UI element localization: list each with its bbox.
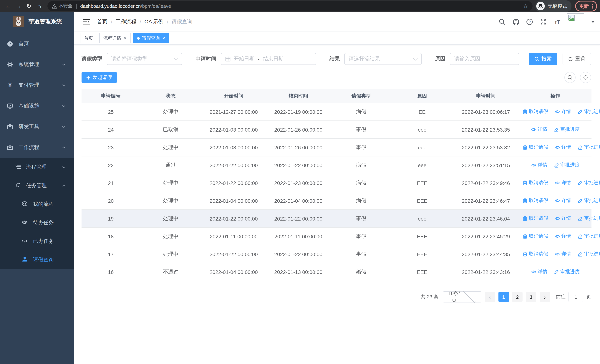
end-cell: 2022-01-13 00:00:00 [266, 263, 331, 281]
detail-action-link[interactable]: 详情 [555, 197, 571, 204]
table-row[interactable]: 21处理中2022-01-22 00:00:002022-01-23 00:00… [82, 174, 591, 192]
detail-action-link[interactable]: 详情 [531, 269, 547, 275]
table-row[interactable]: 25处理中2021-12-27 00:00:002022-01-19 00:00… [82, 103, 591, 121]
font-size-icon[interactable]: ᴛT [553, 18, 561, 26]
progress-action-link[interactable]: 审批进度 [578, 251, 600, 257]
sidebar-item-devtools[interactable]: 研发工具 [0, 116, 74, 137]
sidebar-item-home[interactable]: 首页 [0, 33, 74, 54]
table-row[interactable]: 24已取消2022-01-03 00:00:002022-01-26 00:00… [82, 121, 591, 139]
detail-action-link[interactable]: 详情 [555, 251, 571, 257]
bookmark-star-icon[interactable]: ☆ [523, 3, 528, 9]
page-button-1[interactable]: 1 [498, 292, 509, 302]
reason-input[interactable]: 请输入原因 [450, 53, 519, 65]
progress-action-link[interactable]: 审批进度 [578, 180, 600, 186]
url-bar[interactable]: 不安全 dashboard.yudao.iocoder.cn/bpm/oa/le… [47, 1, 533, 11]
collapse-sidebar-icon[interactable] [82, 18, 90, 26]
tab-process-detail[interactable]: 流程详情✕ [99, 33, 131, 43]
cancel-action-link[interactable]: 取消请假 [523, 108, 548, 115]
detail-action-link[interactable]: 详情 [555, 144, 571, 151]
leave-type-select[interactable]: 请选择请假类型 [107, 53, 182, 65]
home-icon[interactable]: ⌂ [34, 1, 45, 11]
detail-action-link[interactable]: 详情 [531, 126, 547, 133]
cancel-action-link[interactable]: 取消请假 [523, 233, 548, 240]
sidebar-item-payment[interactable]: ¥ 支付管理 [0, 75, 74, 96]
search-button[interactable]: 搜索 [529, 53, 557, 65]
sidebar-item-my-process[interactable]: 我的流程 [0, 195, 74, 214]
delete-icon [523, 180, 527, 185]
cancel-action-link[interactable]: 取消请假 [523, 180, 548, 186]
not-secure-warning[interactable]: 不安全 [52, 3, 73, 9]
progress-action-link[interactable]: 审批进度 [578, 215, 600, 222]
close-icon[interactable]: ✕ [123, 36, 127, 41]
sidebar-item-task-mgmt[interactable]: 任务管理 [0, 177, 74, 195]
app-logo[interactable]: 芋道管理系统 [0, 12, 74, 31]
type-cell: 事假 [331, 121, 392, 139]
github-icon[interactable] [512, 18, 520, 26]
goto-page-input[interactable]: 1 [569, 292, 583, 302]
progress-action-link[interactable]: 审批进度 [578, 108, 600, 115]
progress-action-link[interactable]: 审批进度 [578, 233, 600, 240]
reset-button[interactable]: 重置 [562, 53, 591, 65]
table-refresh-icon[interactable] [580, 72, 591, 83]
date-range-picker[interactable]: 开始日期 - 结束日期 [221, 53, 316, 65]
sidebar-item-system[interactable]: 系统管理 [0, 54, 74, 75]
sidebar-item-todo-tasks[interactable]: 待办任务 [0, 214, 74, 232]
end-cell: 2022-01-23 00:00:00 [266, 174, 331, 192]
table-row[interactable]: 20处理中2022-01-04 00:00:002022-01-04 00:00… [82, 192, 591, 210]
progress-action-link[interactable]: 审批进度 [578, 144, 600, 151]
url-text[interactable]: dashboard.yudao.iocoder.cn/bpm/oa/leave [80, 3, 520, 9]
tab-leave-query[interactable]: 请假查询✕ [133, 33, 169, 43]
avatar[interactable] [567, 13, 584, 30]
page-button-3[interactable]: 3 [526, 292, 536, 302]
monitor-icon [7, 103, 13, 109]
result-select[interactable]: 请选择流结果 [344, 53, 422, 65]
cancel-action-link[interactable]: 取消请假 [523, 251, 548, 257]
detail-action-link[interactable]: 详情 [531, 162, 547, 168]
breadcrumb-oa[interactable]: OA 示例 [145, 19, 164, 25]
cancel-action-link[interactable]: 取消请假 [523, 215, 548, 222]
breadcrumb-workflow[interactable]: 工作流程 [116, 19, 136, 25]
fullscreen-icon[interactable] [540, 18, 547, 26]
next-page-button[interactable]: › [540, 292, 550, 302]
page-size-select[interactable]: 10条/页 [443, 291, 481, 302]
cancel-action-link[interactable]: 取消请假 [523, 144, 548, 151]
forward-icon[interactable]: → [13, 1, 24, 11]
progress-action-link[interactable]: 审批进度 [554, 269, 580, 275]
breadcrumb-home[interactable]: 首页 [97, 19, 107, 25]
prev-page-button[interactable]: ‹ [485, 292, 495, 302]
detail-action-link[interactable]: 详情 [555, 180, 571, 186]
table-row[interactable]: 23处理中2022-01-03 00:00:002022-01-26 00:00… [82, 139, 591, 156]
sidebar-item-leave-query[interactable]: 请假查询 [0, 251, 74, 269]
browser-menu-icon[interactable] [592, 4, 593, 9]
detail-action-link[interactable]: 详情 [555, 233, 571, 240]
help-icon[interactable]: ? [526, 18, 533, 26]
tab-home[interactable]: 首页 [80, 33, 97, 43]
progress-action-link[interactable]: 审批进度 [554, 162, 580, 168]
table-row[interactable]: 16不通过2022-01-04 00:00:002022-01-13 00:00… [82, 263, 591, 281]
table-row[interactable]: 19处理中2022-01-22 00:00:002022-01-22 00:00… [82, 210, 591, 227]
sidebar-item-process-mgmt[interactable]: 流程管理 [0, 158, 74, 177]
table-search-toggle-icon[interactable] [564, 72, 576, 83]
progress-action-link[interactable]: 审批进度 [554, 126, 580, 133]
sidebar-item-infra[interactable]: 基础设施 [0, 96, 74, 116]
progress-action-link[interactable]: 审批进度 [578, 197, 600, 204]
end-date-input[interactable]: 结束日期 [263, 56, 284, 62]
cancel-action-link[interactable]: 取消请假 [523, 197, 548, 204]
sidebar-item-done-tasks[interactable]: 已办任务 [0, 232, 74, 251]
reload-icon[interactable]: ↻ [24, 1, 34, 11]
close-icon[interactable]: ✕ [162, 36, 165, 41]
table-row[interactable]: 22通过2022-01-22 00:00:002022-01-22 00:00:… [82, 156, 591, 174]
start-date-input[interactable]: 开始日期 [234, 56, 255, 62]
table-row[interactable]: 18处理中2022-01-11 00:00:002022-01-11 00:00… [82, 227, 591, 245]
search-icon[interactable] [498, 18, 506, 26]
detail-action-link[interactable]: 详情 [555, 108, 571, 115]
detail-action-link[interactable]: 详情 [555, 215, 571, 222]
browser-update-button[interactable]: 更新 [575, 1, 597, 11]
avatar-dropdown-icon[interactable] [591, 21, 595, 23]
back-icon[interactable]: ← [3, 1, 13, 11]
search-icon [534, 56, 539, 61]
create-leave-button[interactable]: 发起请假 [82, 72, 117, 83]
table-row[interactable]: 17处理中2022-01-22 00:00:002022-01-22 00:00… [82, 245, 591, 263]
sidebar-item-workflow[interactable]: 工作流程 [0, 137, 74, 158]
page-button-2[interactable]: 2 [512, 292, 523, 302]
